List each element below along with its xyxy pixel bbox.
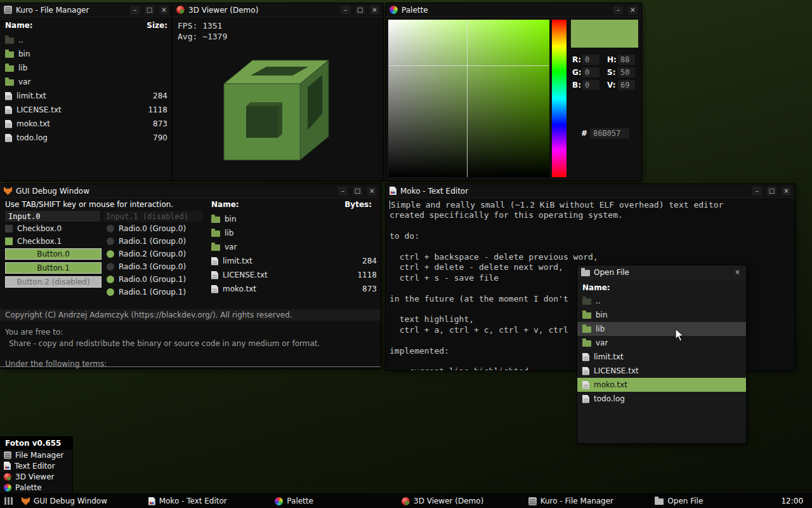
button-2-disabled[interactable]: Button.2 (disabled) xyxy=(5,276,102,288)
radio-0-group-0[interactable]: Radio.0 (Group.0) xyxy=(107,224,186,234)
close-icon[interactable]: × xyxy=(733,268,742,277)
checkbox-icon[interactable] xyxy=(5,237,13,245)
close-icon[interactable]: × xyxy=(370,6,379,15)
file-row-bin[interactable]: bin xyxy=(206,212,381,226)
input-1-disabled[interactable] xyxy=(103,211,203,222)
titlebar-text-editor[interactable]: Moko - Text Editor – □ × xyxy=(386,184,795,198)
minimize-icon[interactable]: – xyxy=(130,6,140,15)
file-row-lib[interactable]: lib xyxy=(206,226,381,240)
file-row-lib[interactable]: lib xyxy=(577,322,746,336)
file-row-var[interactable]: var xyxy=(577,336,746,350)
checkbox-0[interactable]: Checkbox.0 xyxy=(5,224,62,234)
radio-icon[interactable] xyxy=(107,288,114,296)
file-row-limit-txt[interactable]: limit.txt xyxy=(577,350,746,364)
taskbar-item-palette[interactable]: Palette xyxy=(270,494,396,508)
file-row-var[interactable]: var xyxy=(0,75,173,89)
start-button[interactable] xyxy=(0,494,16,508)
start-menu-item-text-editor[interactable]: Text Editor xyxy=(0,460,72,471)
titlebar-file-manager[interactable]: Kuro - File Manager – □ × xyxy=(0,3,173,17)
window-title: Kuro - File Manager xyxy=(16,6,125,15)
saturation-value[interactable]: 50 xyxy=(618,67,635,77)
taskbar-item-text-editor[interactable]: Moko - Text Editor xyxy=(143,494,270,508)
start-menu-item-3d-viewer[interactable]: 3D Viewer xyxy=(0,471,72,482)
file-row-moko-txt[interactable]: moko.txt873 xyxy=(0,117,173,131)
button-1[interactable]: Button.1 xyxy=(5,262,102,274)
file-name: todo.log xyxy=(16,133,48,142)
radio-icon[interactable] xyxy=(107,250,114,258)
radio-icon[interactable] xyxy=(107,276,114,283)
titlebar-3d-viewer[interactable]: 3D Viewer (Demo) – □ × xyxy=(173,3,383,17)
hue-value[interactable]: 88 xyxy=(618,55,635,65)
maximize-icon[interactable]: □ xyxy=(353,187,362,196)
file-row-bin[interactable]: bin xyxy=(0,47,173,61)
taskbar-item-3d-viewer[interactable]: 3D Viewer (Demo) xyxy=(396,494,523,508)
checkbox-1[interactable]: Checkbox.1 xyxy=(5,236,62,246)
3d-viewport[interactable] xyxy=(208,43,348,171)
file-icon xyxy=(582,381,589,389)
file-name: lib xyxy=(225,229,233,237)
green-value[interactable]: 0 xyxy=(582,67,599,77)
desktop: { "colors": { "accent": "#86B057", "fold… xyxy=(0,0,812,508)
folder-up-icon xyxy=(582,298,591,305)
minimize-icon[interactable]: – xyxy=(338,187,348,196)
blue-value[interactable]: 0 xyxy=(582,80,599,90)
minimize-icon[interactable]: – xyxy=(341,6,350,15)
maximize-icon[interactable]: □ xyxy=(355,6,365,15)
file-icon xyxy=(211,271,218,279)
close-icon[interactable]: × xyxy=(782,187,791,196)
radio-icon[interactable] xyxy=(107,225,114,232)
close-icon[interactable]: × xyxy=(159,6,169,15)
file-row-limit-txt[interactable]: limit.txt284 xyxy=(206,254,381,268)
palette-icon xyxy=(4,484,11,491)
folder-icon xyxy=(582,326,591,333)
file-row-todo-log[interactable]: todo.log790 xyxy=(0,131,173,145)
input-0[interactable] xyxy=(5,211,100,222)
file-row-moko-txt[interactable]: moko.txt xyxy=(577,378,746,392)
start-menu-item-palette[interactable]: Palette xyxy=(0,482,72,493)
file-row-up[interactable]: .. xyxy=(0,33,173,47)
start-menu-item-label: File Manager xyxy=(15,451,64,460)
file-row-license-txt[interactable]: LICENSE.txt1118 xyxy=(206,268,381,282)
column-name: Name: xyxy=(582,283,610,292)
hex-value[interactable]: 86B057 xyxy=(590,128,629,138)
file-row-license-txt[interactable]: LICENSE.txt xyxy=(577,364,746,378)
file-row-lib[interactable]: lib xyxy=(0,61,173,75)
file-row-todo-log[interactable]: todo.log xyxy=(577,392,746,406)
menu-bar-icon xyxy=(4,497,6,505)
radio-1-group-1[interactable]: Radio.1 (Group.1) xyxy=(107,287,186,297)
titlebar-palette[interactable]: Palette – × xyxy=(386,3,641,17)
file-row-up[interactable]: .. xyxy=(577,294,746,308)
radio-icon[interactable] xyxy=(107,263,114,271)
start-menu-item-file-manager[interactable]: File Manager xyxy=(0,450,72,460)
start-menu-item-label: Palette xyxy=(15,483,42,492)
start-menu-item-label: 3D Viewer xyxy=(15,472,54,481)
radio-3-group-0[interactable]: Radio.3 (Group.0) xyxy=(107,262,186,272)
titlebar-open-file[interactable]: Open File × xyxy=(577,265,746,279)
radio-2-group-0[interactable]: Radio.2 (Group.0) xyxy=(107,249,186,259)
file-row-license-txt[interactable]: LICENSE.txt1118 xyxy=(0,103,173,117)
file-row-limit-txt[interactable]: limit.txt284 xyxy=(0,89,173,103)
radio-1-group-0[interactable]: Radio.1 (Group.0) xyxy=(107,236,186,246)
file-row-var[interactable]: var xyxy=(206,240,381,254)
close-icon[interactable]: × xyxy=(367,187,377,196)
list-header: Name: xyxy=(577,283,746,292)
value-value[interactable]: 69 xyxy=(618,80,635,90)
maximize-icon[interactable]: □ xyxy=(767,187,776,196)
taskbar-item-open-file[interactable]: Open File xyxy=(650,494,776,508)
file-row-bin[interactable]: bin xyxy=(577,308,746,322)
taskbar-item-file-manager[interactable]: Kuro - File Manager xyxy=(523,494,650,508)
minimize-icon[interactable]: – xyxy=(613,6,623,15)
checkbox-icon[interactable] xyxy=(5,225,13,232)
taskbar-item-gui-debug[interactable]: GUI Debug Window xyxy=(16,494,143,508)
radio-icon[interactable] xyxy=(107,237,114,245)
maximize-icon[interactable]: □ xyxy=(145,6,154,15)
red-value[interactable]: 0 xyxy=(582,55,599,65)
minimize-icon[interactable]: – xyxy=(752,187,762,196)
close-icon[interactable]: × xyxy=(628,6,638,15)
radio-0-group-1[interactable]: Radio.0 (Group.1) xyxy=(107,274,186,284)
titlebar-gui-debug[interactable]: GUI Debug Window – □ × xyxy=(0,184,381,198)
button-0[interactable]: Button.0 xyxy=(5,248,102,260)
saturation-value-picker[interactable] xyxy=(388,20,549,177)
file-row-moko-txt[interactable]: moko.txt873 xyxy=(206,282,381,296)
hue-slider[interactable] xyxy=(552,20,566,177)
